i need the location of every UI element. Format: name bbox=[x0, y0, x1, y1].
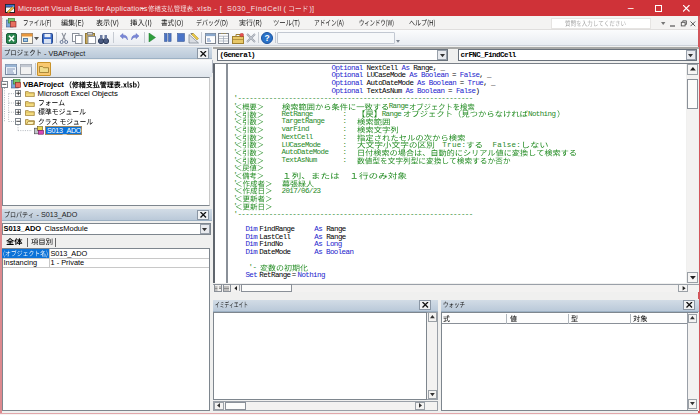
svg-text:?: ? bbox=[264, 33, 269, 43]
